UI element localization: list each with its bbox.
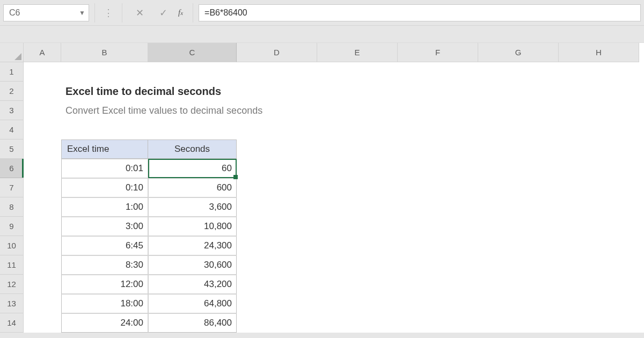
cell-F4[interactable] [398,120,478,139]
cell-D10[interactable] [237,236,317,255]
cell-G9[interactable] [478,217,559,236]
cell-E14[interactable] [317,313,398,333]
cell-C5[interactable]: Seconds [148,139,237,159]
cell-C10[interactable]: 24,300 [148,236,237,255]
cell-C1[interactable] [148,62,237,82]
row-header-9[interactable]: 9 [0,217,24,236]
cell-A1[interactable] [24,62,61,82]
cell-G8[interactable] [478,197,559,217]
cell-F7[interactable] [398,178,478,197]
cell-D1[interactable] [237,62,317,82]
cell-H14[interactable] [559,313,639,333]
row-header-10[interactable]: 10 [0,236,24,255]
cell-D14[interactable] [237,313,317,333]
cell-F12[interactable] [398,275,478,294]
cell-H6[interactable] [559,159,639,178]
cell-E7[interactable] [317,178,398,197]
cell-C11[interactable]: 30,600 [148,255,237,275]
row-header-14[interactable]: 14 [0,313,24,333]
cell-B11[interactable]: 8:30 [61,255,148,275]
name-box[interactable]: C6 ▼ [3,4,89,21]
column-header-H[interactable]: H [559,43,639,62]
cell-D13[interactable] [237,294,317,313]
cell-B2[interactable]: Excel time to decimal seconds [61,82,478,101]
cell-G10[interactable] [478,236,559,255]
cell-E1[interactable] [317,62,398,82]
cell-F8[interactable] [398,197,478,217]
cell-A6[interactable] [24,159,61,178]
cell-B3[interactable]: Convert Excel time values to decimal sec… [61,101,478,120]
cell-A3[interactable] [24,101,61,120]
cell-H10[interactable] [559,236,639,255]
cell-A8[interactable] [24,197,61,217]
cell-H5[interactable] [559,139,639,159]
cell-E12[interactable] [317,275,398,294]
row-header-3[interactable]: 3 [0,101,24,120]
column-header-D[interactable]: D [237,43,317,62]
row-header-1[interactable]: 1 [0,62,24,82]
cell-E9[interactable] [317,217,398,236]
cell-B1[interactable] [61,62,148,82]
cell-C7[interactable]: 600 [148,178,237,197]
cell-C4[interactable] [148,120,237,139]
chevron-down-icon[interactable]: ▼ [79,9,85,17]
cell-H3[interactable] [559,101,639,120]
cell-B9[interactable]: 3:00 [61,217,148,236]
cell-C13[interactable]: 64,800 [148,294,237,313]
cell-H9[interactable] [559,217,639,236]
column-header-G[interactable]: G [478,43,559,62]
worksheet[interactable]: ABCDEFGH12Excel time to decimal seconds3… [0,43,644,333]
cell-A5[interactable] [24,139,61,159]
fx-icon[interactable]: fx [178,8,183,17]
cell-E8[interactable] [317,197,398,217]
cell-F11[interactable] [398,255,478,275]
row-header-12[interactable]: 12 [0,275,24,294]
row-header-6[interactable]: 6 [0,159,24,178]
cell-D5[interactable] [237,139,317,159]
cell-A4[interactable] [24,120,61,139]
cell-A11[interactable] [24,255,61,275]
cell-A10[interactable] [24,236,61,255]
cell-D12[interactable] [237,275,317,294]
row-header-5[interactable]: 5 [0,139,24,159]
row-header-13[interactable]: 13 [0,294,24,313]
cell-H13[interactable] [559,294,639,313]
cell-E13[interactable] [317,294,398,313]
cell-F13[interactable] [398,294,478,313]
cell-A14[interactable] [24,313,61,333]
cell-B6[interactable]: 0:01 [61,159,148,178]
dots-vertical-icon[interactable]: ⋮ [100,7,116,19]
cell-E5[interactable] [317,139,398,159]
cell-E6[interactable] [317,159,398,178]
cell-E4[interactable] [317,120,398,139]
cell-D8[interactable] [237,197,317,217]
cell-H2[interactable] [559,82,639,101]
cell-B8[interactable]: 1:00 [61,197,148,217]
cell-H1[interactable] [559,62,639,82]
cell-H12[interactable] [559,275,639,294]
row-header-11[interactable]: 11 [0,255,24,275]
cell-A7[interactable] [24,178,61,197]
cell-C14[interactable]: 86,400 [148,313,237,333]
cell-H4[interactable] [559,120,639,139]
cell-C9[interactable]: 10,800 [148,217,237,236]
row-header-4[interactable]: 4 [0,120,24,139]
select-all-corner[interactable] [0,43,24,62]
cell-F14[interactable] [398,313,478,333]
cell-A13[interactable] [24,294,61,313]
cell-F5[interactable] [398,139,478,159]
cell-F9[interactable] [398,217,478,236]
cell-B12[interactable]: 12:00 [61,275,148,294]
cell-G11[interactable] [478,255,559,275]
row-header-7[interactable]: 7 [0,178,24,197]
cell-B10[interactable]: 6:45 [61,236,148,255]
column-header-C[interactable]: C [148,43,237,62]
row-header-2[interactable]: 2 [0,82,24,101]
cell-D9[interactable] [237,217,317,236]
column-header-A[interactable]: A [24,43,61,62]
cell-D4[interactable] [237,120,317,139]
cell-C8[interactable]: 3,600 [148,197,237,217]
column-header-B[interactable]: B [61,43,148,62]
cell-G7[interactable] [478,178,559,197]
row-header-8[interactable]: 8 [0,197,24,217]
